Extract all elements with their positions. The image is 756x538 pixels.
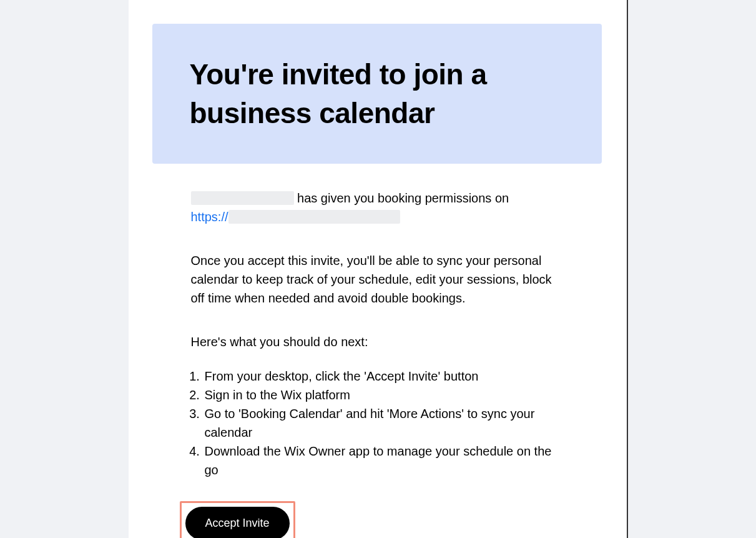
intro-line: has given you booking permissions on htt…: [191, 189, 564, 226]
site-link-prefix[interactable]: https://: [191, 210, 228, 224]
step-item: Download the Wix Owner app to manage you…: [204, 442, 564, 479]
email-content: has given you booking permissions on htt…: [129, 164, 627, 538]
steps-list: From your desktop, click the 'Accept Inv…: [191, 367, 564, 479]
intro-text: has given you booking permissions on: [294, 191, 509, 205]
step-item: Sign in to the Wix platform: [204, 386, 564, 404]
step-item: Go to 'Booking Calendar' and hit 'More A…: [204, 404, 564, 442]
button-highlight-border: Accept Invite: [180, 501, 295, 538]
email-container: You're invited to join a business calend…: [129, 0, 628, 538]
description-text: Once you accept this invite, you'll be a…: [191, 251, 564, 307]
next-steps-heading: Here's what you should do next:: [191, 332, 564, 351]
redacted-sender-name: [191, 191, 294, 205]
invitation-banner: You're invited to join a business calend…: [152, 24, 602, 164]
redacted-site-link: [228, 210, 400, 224]
accept-invite-button[interactable]: Accept Invite: [185, 507, 290, 538]
step-item: From your desktop, click the 'Accept Inv…: [204, 367, 564, 386]
banner-title: You're invited to join a business calend…: [190, 55, 564, 132]
